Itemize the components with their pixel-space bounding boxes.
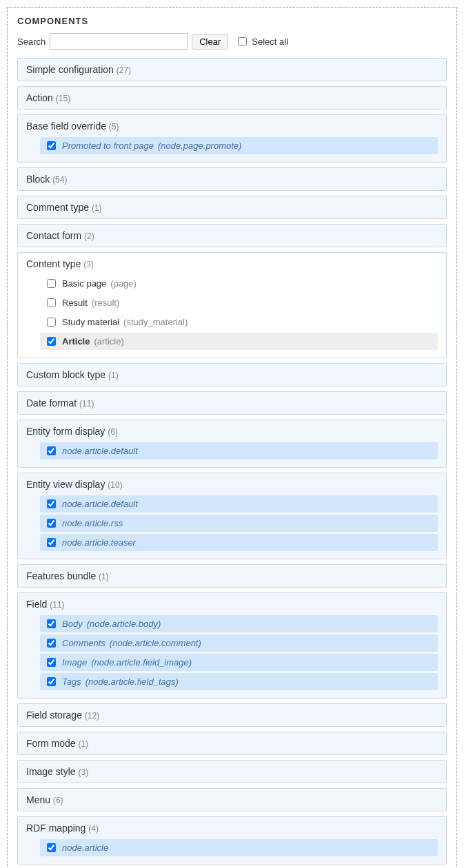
group-label: Image style (26, 766, 76, 777)
component-checkbox[interactable] (47, 141, 56, 150)
group-header[interactable]: Action (15) (26, 92, 438, 103)
group-count: (3) (83, 260, 94, 269)
group-children: node.article.defaultnode.article.rssnode… (26, 495, 438, 551)
component-group: Entity form display (6)node.article.defa… (17, 420, 447, 468)
group-label: Form mode (26, 738, 76, 749)
component-checkbox[interactable] (47, 658, 56, 667)
group-label: Contact form (26, 230, 81, 241)
group-header[interactable]: Field storage (12) (26, 710, 438, 721)
select-all-checkbox[interactable] (238, 37, 247, 46)
group-count: (15) (56, 94, 70, 103)
component-checkbox[interactable] (47, 677, 56, 686)
component-checkbox[interactable] (47, 499, 56, 508)
component-item: node.article.rss (40, 515, 438, 532)
search-input[interactable] (50, 33, 188, 50)
group-label: Field storage (26, 710, 82, 721)
group-count: (27) (117, 65, 131, 75)
group-header[interactable]: Simple configuration (27) (26, 64, 438, 75)
group-header[interactable]: Contact form (2) (26, 230, 438, 241)
component-group: Action (15) (17, 86, 447, 110)
component-item: Body (node.article.body) (40, 615, 438, 632)
component-machine-name: (node.article.field_tags) (85, 676, 179, 687)
component-group: Menu (6) (17, 788, 447, 812)
component-group: Entity view display (10)node.article.def… (17, 473, 447, 559)
component-item: node.article.teaser (40, 534, 438, 551)
component-label: node.article.default (62, 446, 138, 456)
group-label: Content type (26, 258, 81, 269)
group-children: node.article.default (26, 442, 438, 459)
component-label: Image (62, 657, 87, 668)
component-item: Article (article) (40, 333, 438, 350)
group-count: (1) (78, 739, 88, 749)
component-checkbox[interactable] (47, 619, 56, 628)
component-label: Tags (62, 676, 81, 687)
group-label: Date format (26, 397, 77, 409)
component-group: Contact form (2) (17, 224, 447, 247)
component-label: Basic page (62, 278, 106, 289)
component-checkbox[interactable] (47, 639, 56, 648)
component-checkbox[interactable] (47, 843, 56, 852)
group-label: Menu (26, 794, 50, 805)
component-machine-name: (study_material) (123, 317, 188, 327)
component-label: node.article.default (62, 499, 138, 509)
group-children: Basic page (page)Result (result)Study ma… (26, 275, 438, 350)
component-group: Field storage (12) (17, 703, 447, 727)
component-group: Comment type (1) (17, 196, 447, 219)
group-label: Features bundle (26, 570, 96, 581)
group-header[interactable]: Date format (11) (26, 397, 438, 409)
group-header[interactable]: RDF mapping (4) (26, 823, 438, 834)
group-header[interactable]: Menu (6) (26, 794, 438, 805)
select-all-wrapper: Select all (235, 35, 288, 48)
component-label: Result (62, 298, 88, 308)
component-machine-name: (result) (92, 298, 119, 308)
group-count: (12) (85, 711, 99, 721)
component-label: Study material (62, 317, 119, 327)
group-count: (11) (50, 600, 64, 610)
group-header[interactable]: Comment type (1) (26, 202, 438, 213)
group-header[interactable]: Base field override (5) (26, 121, 438, 132)
group-header[interactable]: Content type (3) (26, 258, 438, 269)
component-checkbox[interactable] (47, 519, 56, 528)
component-item: Comments (node.article.comment) (40, 634, 438, 652)
group-header[interactable]: Form mode (1) (26, 738, 438, 749)
group-label: Base field override (26, 121, 106, 132)
component-machine-name: (node.article.field_image) (91, 657, 192, 668)
group-header[interactable]: Custom block type (1) (26, 369, 438, 380)
group-label: Block (26, 174, 50, 185)
group-count: (3) (78, 767, 88, 777)
group-children: Body (node.article.body)Comments (node.a… (26, 615, 438, 690)
group-count: (10) (108, 480, 122, 490)
group-header[interactable]: Field (11) (26, 599, 438, 610)
group-children: Promoted to front page (node.page.promot… (26, 137, 438, 154)
fieldset-legend: COMPONENTS (17, 16, 447, 26)
group-header[interactable]: Entity view display (10) (26, 479, 438, 490)
component-checkbox[interactable] (47, 318, 56, 327)
component-group: RDF mapping (4)node.article (17, 816, 447, 865)
component-label: Comments (62, 638, 105, 648)
clear-button[interactable]: Clear (192, 34, 228, 50)
component-label: Body (62, 619, 83, 629)
group-header[interactable]: Image style (3) (26, 766, 438, 777)
component-machine-name: (article) (94, 336, 123, 347)
component-group: Date format (11) (17, 391, 447, 415)
component-label: node.article.teaser (62, 537, 136, 548)
group-count: (5) (109, 122, 119, 132)
component-item: Study material (study_material) (40, 313, 438, 331)
component-item: node.article (40, 839, 438, 856)
group-count: (1) (108, 371, 119, 380)
component-checkbox[interactable] (47, 279, 56, 288)
component-checkbox[interactable] (47, 298, 56, 307)
group-header[interactable]: Entity form display (6) (26, 426, 438, 437)
component-checkbox[interactable] (47, 337, 56, 346)
group-count: (6) (53, 796, 63, 805)
group-header[interactable]: Block (54) (26, 174, 438, 185)
groups-container: Simple configuration (27)Action (15)Base… (17, 58, 447, 865)
component-item: Image (node.article.field_image) (40, 654, 438, 671)
component-checkbox[interactable] (47, 446, 56, 455)
group-header[interactable]: Features bundle (1) (26, 570, 438, 581)
component-checkbox[interactable] (47, 538, 56, 547)
select-all-label: Select all (252, 37, 288, 47)
component-label: node.article.rss (62, 518, 123, 528)
group-count: (54) (52, 175, 67, 185)
component-machine-name: (node.article.body) (87, 619, 161, 629)
